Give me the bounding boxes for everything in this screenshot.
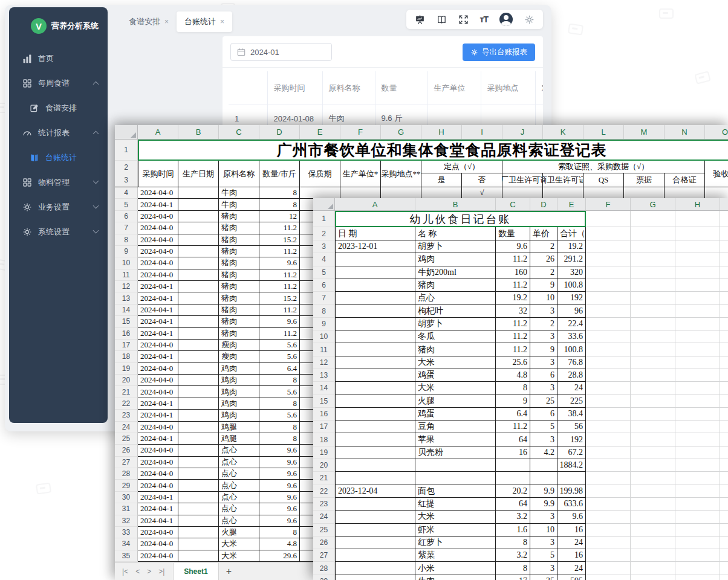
cell-qty[interactable]: 8 xyxy=(496,536,530,549)
row-number[interactable]: 29 xyxy=(115,480,138,491)
cell-name[interactable]: 猪肉 xyxy=(415,279,496,292)
cell-production-date[interactable] xyxy=(178,480,219,491)
cell-quantity[interactable]: 11.2 xyxy=(259,328,300,340)
column-letter[interactable]: B xyxy=(178,125,219,139)
row-number[interactable]: 23 xyxy=(115,410,138,421)
cell-qty[interactable]: 8 xyxy=(496,562,530,575)
select-all-corner[interactable] xyxy=(313,198,335,210)
cell-purchase-time[interactable]: 2024-04-0 xyxy=(138,211,178,222)
cell-purchase-time[interactable]: 2024-04-0 xyxy=(138,375,178,386)
cell-qty[interactable]: 16 xyxy=(496,446,530,459)
cell-production-date[interactable] xyxy=(178,375,219,386)
cell-qty[interactable]: 17 xyxy=(496,575,530,580)
cell-total[interactable]: 24 xyxy=(557,562,586,575)
row-number[interactable]: 2 xyxy=(313,227,335,240)
column-letter[interactable]: G xyxy=(381,125,421,139)
header-name[interactable]: 名 称 xyxy=(415,227,496,240)
cell-quantity[interactable]: 5.6 xyxy=(259,410,300,421)
cell-name[interactable]: 贝壳粉 xyxy=(415,446,496,459)
cell-purchase-time[interactable]: 2024-04-1 xyxy=(138,503,178,515)
cell-name[interactable]: 牛奶200ml xyxy=(415,266,496,279)
cell-quantity[interactable]: 5.6 xyxy=(259,386,300,398)
cell-total[interactable]: 16 xyxy=(557,549,586,562)
cell-material-name[interactable]: 瘦肉 xyxy=(219,351,259,362)
cell-date[interactable] xyxy=(335,549,415,562)
row-number[interactable]: 7 xyxy=(115,222,138,234)
column-letter[interactable]: O xyxy=(705,125,728,139)
cell-quantity[interactable]: 11.2 xyxy=(259,269,300,281)
cell-quantity[interactable]: 8 xyxy=(259,398,300,410)
cell-total[interactable]: 199.98 xyxy=(557,485,586,498)
row-number[interactable]: 25 xyxy=(115,433,138,445)
cell-date[interactable] xyxy=(335,304,415,317)
cell-quantity[interactable]: 11.2 xyxy=(259,222,300,234)
cell-quantity[interactable]: 8 xyxy=(259,433,300,445)
row-number[interactable]: 29 xyxy=(313,575,335,580)
cell-name[interactable] xyxy=(415,472,496,485)
header-receipt[interactable]: 票据 xyxy=(624,173,665,187)
cell-production-date[interactable] xyxy=(178,386,219,398)
cell-production-date[interactable] xyxy=(178,187,219,199)
row-number[interactable]: 26 xyxy=(115,445,138,456)
cell-name[interactable]: 鸡肉 xyxy=(415,253,496,266)
cell-name[interactable]: 鸡蛋 xyxy=(415,369,496,382)
header-factory-license[interactable]: *厂卫生许可证 xyxy=(502,173,543,187)
cell-production-date[interactable] xyxy=(178,351,219,362)
cell-qty[interactable]: 9 xyxy=(496,395,530,408)
header-shelf-life[interactable]: 保质期 xyxy=(300,161,340,187)
cell-production-date[interactable] xyxy=(178,433,219,445)
cell-quantity[interactable]: 9.6 xyxy=(259,468,300,480)
cell-quantity[interactable]: 29.6 xyxy=(259,550,300,562)
cell-material-name[interactable]: 猪肉 xyxy=(219,328,259,340)
row-number[interactable]: 26 xyxy=(313,536,335,549)
row-number[interactable]: 34 xyxy=(115,538,138,550)
cell-qty[interactable]: 11.2 xyxy=(496,343,530,356)
header-qty[interactable]: 数量 xyxy=(496,227,530,240)
row-number[interactable]: 11 xyxy=(313,343,335,356)
cell-date[interactable] xyxy=(335,459,415,472)
cell-material-name[interactable]: 猪肉 xyxy=(219,234,259,246)
cell-date[interactable] xyxy=(335,446,415,459)
column-letter[interactable]: F xyxy=(586,198,631,210)
cell-qty[interactable]: 160 xyxy=(496,266,530,279)
cell-total[interactable]: 76.8 xyxy=(557,356,586,369)
cell-production-date[interactable] xyxy=(178,445,219,456)
cell-production-date[interactable] xyxy=(178,398,219,410)
cell-purchase-place[interactable] xyxy=(381,187,421,199)
cell-quantity[interactable]: 8 xyxy=(259,199,300,210)
row-number[interactable]: 18 xyxy=(313,433,335,446)
cell-production-date[interactable] xyxy=(178,503,219,515)
cell-production-date[interactable] xyxy=(178,246,219,257)
row-number[interactable]: 21 xyxy=(313,472,335,485)
cell-material-name[interactable]: 鸡肉 xyxy=(219,375,259,386)
row-number[interactable]: 6 xyxy=(313,279,335,292)
cell-total[interactable]: 9.6 xyxy=(557,511,586,523)
cell-qty[interactable]: 11.2 xyxy=(496,330,530,343)
cell-total[interactable]: 38.4 xyxy=(557,408,586,420)
sheet-tab-sheet1[interactable]: Sheet1 xyxy=(173,563,218,580)
cell-production-date[interactable] xyxy=(178,211,219,222)
header-qs[interactable]: QS xyxy=(583,173,624,187)
cell-material-name[interactable]: 猪肉 xyxy=(219,222,259,234)
row-number[interactable]: 1 xyxy=(115,140,138,161)
cell-qty[interactable]: 25.6 xyxy=(496,356,530,369)
row-number[interactable]: 21 xyxy=(115,386,138,398)
cell-date[interactable] xyxy=(335,330,415,343)
cell-price[interactable]: 3 xyxy=(530,536,557,549)
header-quantity[interactable]: 数量/市斤 xyxy=(259,161,300,187)
cell-total[interactable]: 633.6 xyxy=(557,498,586,511)
cell-material-name[interactable]: 鸡肉 xyxy=(219,398,259,410)
cell-quantity[interactable]: 11.2 xyxy=(259,304,300,316)
row-number[interactable]: 2 xyxy=(124,163,128,172)
cell-date[interactable] xyxy=(335,292,415,304)
column-letter[interactable]: D xyxy=(530,198,557,210)
cell-date[interactable] xyxy=(335,433,415,446)
column-letter[interactable]: B xyxy=(415,198,496,210)
cell-material-name[interactable]: 鸡肉 xyxy=(219,363,259,375)
cell-date[interactable] xyxy=(335,536,415,549)
cell-qty[interactable]: 9.6 xyxy=(496,240,530,253)
column-letter[interactable]: G xyxy=(631,198,675,210)
cell-material-name[interactable]: 猪肉 xyxy=(219,316,259,327)
cell-quantity[interactable]: 15.2 xyxy=(259,292,300,304)
cell-purchase-time[interactable]: 2024-04-1 xyxy=(138,398,178,410)
